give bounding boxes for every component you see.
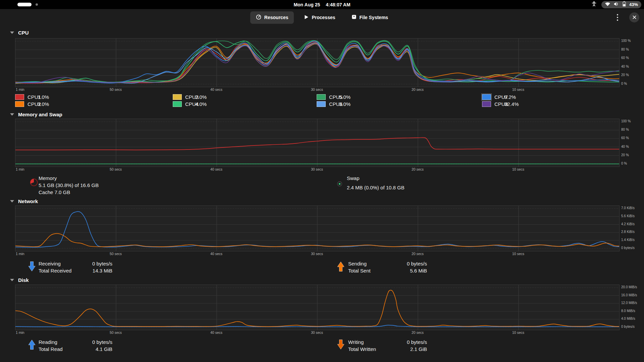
y-axis-label: 80 % xyxy=(621,128,629,131)
cpu8-legend[interactable]: CPU832.4% xyxy=(482,101,508,107)
cpu2-value: 3.0% xyxy=(38,101,49,107)
y-axis-label: 20.0 MiB/s xyxy=(621,285,637,289)
network-y-axis: 7.0 KiB/s5.6 KiB/s4.2 KiB/s2.8 KiB/s1.4 … xyxy=(621,205,643,251)
cpu2-legend[interactable]: CPU23.0% xyxy=(15,101,41,107)
disk-section-title: Disk xyxy=(18,277,29,283)
x-axis-label: 10 secs xyxy=(512,330,524,335)
y-axis-label: 2.8 KiB/s xyxy=(621,230,635,234)
y-axis-label: 100 % xyxy=(621,39,631,43)
x-axis-label: 10 secs xyxy=(512,252,524,256)
x-axis-label: 40 secs xyxy=(210,330,222,335)
disk-x-axis: 1 min50 secs40 secs30 secs20 secs10 secs xyxy=(15,330,619,335)
volume-icon xyxy=(613,2,619,8)
cpu7-legend[interactable]: CPU79.2% xyxy=(482,94,508,100)
swap-title: Swap xyxy=(347,175,405,182)
cpu6-value: 3.0% xyxy=(339,101,351,107)
x-axis-label: 30 secs xyxy=(311,87,323,92)
battery-percent-label: 43% xyxy=(629,2,638,7)
x-axis-label: 50 secs xyxy=(110,330,122,335)
download-arrow-icon xyxy=(28,261,36,273)
swap-usage: 2.4 MB (0.0%) of 10.8 GB xyxy=(347,184,405,191)
network-chart-svg xyxy=(15,206,619,251)
reading-legend: Reading 0 bytes/s Total Read 4.1 GiB xyxy=(39,339,112,353)
tab-file-systems-label: File Systems xyxy=(360,15,388,20)
sending-legend: Sending 0 bytes/s Total Sent 5.6 MiB xyxy=(348,260,427,274)
harddisk-icon xyxy=(352,14,357,20)
network-section-title: Network xyxy=(18,198,38,204)
total-written-value: 2.1 GiB xyxy=(393,346,427,353)
chevron-down-icon[interactable] xyxy=(10,113,14,116)
memory-chart-svg xyxy=(15,119,619,167)
cpu-section-title: CPU xyxy=(18,30,29,36)
chevron-down-icon[interactable] xyxy=(10,279,14,281)
y-axis-label: 5.6 KiB/s xyxy=(621,214,635,218)
menu-kebab-button[interactable] xyxy=(612,12,623,22)
cpu4-legend[interactable]: CPU44.0% xyxy=(173,101,199,107)
total-written-label: Total Written xyxy=(348,346,393,353)
disk-chart-svg xyxy=(15,285,619,330)
swap-legend: Swap 2.4 MB (0.0%) of 10.8 GB xyxy=(347,175,405,191)
cpu5-legend[interactable]: CPU55.0% xyxy=(317,94,342,100)
x-axis-label: 50 secs xyxy=(110,167,122,171)
cpu1-value: 1.0% xyxy=(38,94,49,100)
tab-file-systems[interactable]: File Systems xyxy=(346,11,394,23)
cpu6-legend[interactable]: CPU63.0% xyxy=(317,101,342,107)
cpu7-swatch xyxy=(482,94,491,100)
chevron-down-icon[interactable] xyxy=(10,32,14,34)
y-axis-label: 0 % xyxy=(621,162,627,165)
cpu3-swatch xyxy=(173,94,182,100)
receiving-rate: 0 bytes/s xyxy=(79,260,112,267)
cpu-y-axis: 100 %80 %60 %40 %20 %0 % xyxy=(621,38,643,86)
y-axis-label: 100 % xyxy=(621,119,631,123)
cpu6-swatch xyxy=(317,101,326,107)
cpu4-swatch xyxy=(173,101,182,107)
clock[interactable]: Mon Aug 25 4:48:07 AM xyxy=(0,0,644,9)
cpu-chart-svg xyxy=(15,39,619,87)
y-axis-label: 60 % xyxy=(621,56,629,60)
reading-label: Reading xyxy=(39,339,79,346)
headerbar: Resources Processes File Systems xyxy=(0,9,644,26)
cpu1-legend[interactable]: CPU11.0% xyxy=(15,94,41,100)
chevron-down-icon[interactable] xyxy=(10,200,14,202)
x-axis-label: 40 secs xyxy=(210,252,222,256)
window-close-button[interactable] xyxy=(629,12,639,22)
x-axis-label: 20 secs xyxy=(412,87,424,92)
total-received-value: 14.3 MiB xyxy=(79,267,112,274)
quick-settings-pill[interactable]: 43% xyxy=(601,1,641,8)
cpu5-swatch xyxy=(317,94,326,100)
write-arrow-icon xyxy=(337,339,344,351)
cpu7-value: 9.2% xyxy=(504,94,516,100)
y-axis-label: 20 % xyxy=(621,73,629,77)
memory-legend: Memory 5.1 GB (30.8%) of 16.6 GB Cache 7… xyxy=(39,175,99,196)
tab-processes[interactable]: Processes xyxy=(299,12,341,23)
speedometer-icon xyxy=(256,14,261,21)
memory-chart xyxy=(15,119,620,167)
x-axis-label: 50 secs xyxy=(110,252,122,256)
x-axis-label: 1 min xyxy=(16,87,24,92)
tab-resources-label: Resources xyxy=(264,15,288,20)
y-axis-label: 60 % xyxy=(621,136,629,140)
x-axis-label: 50 secs xyxy=(110,87,122,92)
tab-resources[interactable]: Resources xyxy=(250,11,294,24)
memory-x-axis: 1 min50 secs40 secs30 secs20 secs10 secs xyxy=(15,167,619,172)
memory-cache: Cache 7.0 GB xyxy=(39,189,99,196)
writing-label: Writing xyxy=(348,339,393,346)
total-sent-value: 5.6 MiB xyxy=(393,267,427,274)
y-axis-label: 0 % xyxy=(621,82,627,85)
disk-section-header: Disk xyxy=(10,276,29,284)
clock-date: Mon Aug 25 xyxy=(293,2,320,7)
y-axis-label: 1.4 KiB/s xyxy=(621,238,635,242)
tab-processes-label: Processes xyxy=(312,15,335,20)
y-axis-label: 20 % xyxy=(621,153,629,157)
receiving-legend: Receiving 0 bytes/s Total Received 14.3 … xyxy=(39,260,112,274)
read-arrow-icon xyxy=(28,339,36,351)
status-area: 43% xyxy=(591,0,641,9)
cpu2-swatch xyxy=(15,101,24,107)
system-top-bar: Mon Aug 25 4:48:07 AM 43% xyxy=(0,0,644,9)
wifi-icon xyxy=(605,2,610,8)
x-axis-label: 40 secs xyxy=(210,87,222,92)
accessibility-icon[interactable] xyxy=(591,1,597,8)
network-chart xyxy=(15,205,620,251)
cpu3-legend[interactable]: CPU32.0% xyxy=(173,94,199,100)
sending-label: Sending xyxy=(348,260,393,267)
